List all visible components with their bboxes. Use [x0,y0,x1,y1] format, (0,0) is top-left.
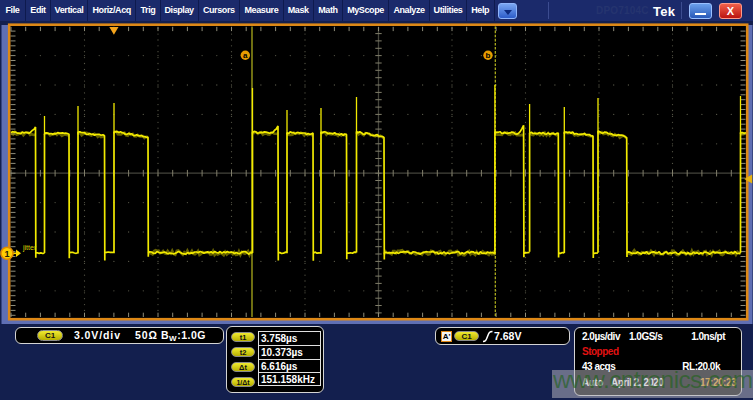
svg-text:a: a [243,51,248,60]
svg-text:b: b [486,51,491,60]
svg-text:jitter: jitter [22,244,37,252]
svg-text:1: 1 [4,249,9,259]
